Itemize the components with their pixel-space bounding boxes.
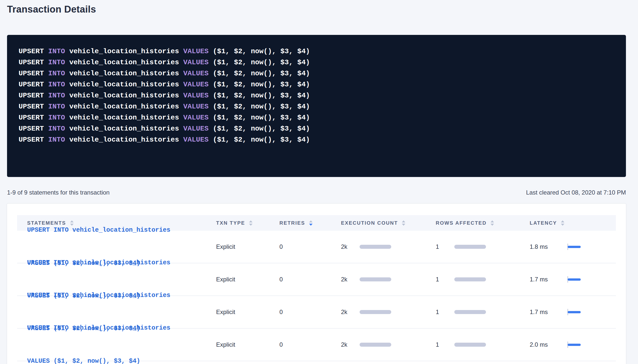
sql-statement-line: UPSERT INTO vehicle_location_histories V… [19,134,614,145]
sql-table-name: vehicle_location_histories [65,81,183,88]
latency-bar-chart [567,341,581,348]
column-header-execution-count[interactable]: EXECUTION COUNT [341,220,436,226]
page-title: Transaction Details [7,4,626,15]
txn-type-cell: Explicit [216,309,279,316]
sort-asc-icon[interactable] [402,220,405,222]
sort-asc-icon[interactable] [249,220,253,222]
column-label: EXECUTION COUNT [341,220,398,226]
transaction-sql-box: UPSERT INTO vehicle_location_histories V… [7,35,626,177]
sql-keyword: VALUES [183,81,209,88]
sql-text: UPSERT [19,125,48,133]
rows-affected-cell: 1 [436,276,530,283]
sql-table-name: vehicle_location_histories [65,136,183,144]
sql-table-name: vehicle_location_histories [65,92,183,99]
sql-table-name: vehicle_location_histories [65,70,183,77]
sql-statement-line: UPSERT INTO vehicle_location_histories V… [19,46,614,57]
sql-statement-line: UPSERT INTO vehicle_location_histories V… [19,79,614,90]
sql-statement-line: UPSERT INTO vehicle_location_histories V… [19,123,614,134]
latency-cell: 2.0 ms [530,341,616,348]
column-header-txn-type[interactable]: TXN TYPE [216,220,279,226]
retries-cell: 0 [279,276,341,283]
sql-keyword: INTO [48,92,65,99]
sql-text: UPSERT [19,103,48,110]
sql-keyword: VALUES [183,114,209,122]
rows-affected-value: 1 [436,243,454,250]
sql-table-name: vehicle_location_histories [65,47,183,55]
sql-text: ($1, $2, now(), $3, $4) [209,125,310,133]
sql-keyword: VALUES [183,70,209,77]
retries-cell: 0 [279,243,341,250]
execution-count-value: 2k [341,243,360,250]
sort-asc-icon[interactable] [490,220,494,222]
sort-icons [490,220,494,226]
sql-statement-line: UPSERT INTO vehicle_location_histories V… [19,68,614,79]
column-label: RETRIES [279,220,305,226]
execution-count-bar [360,277,391,281]
statement-line: UPSERT INTO vehicle_location_histories [27,225,170,236]
execution-count-bar [360,310,391,314]
sql-keyword: VALUES [183,136,209,144]
rows-affected-cell: 1 [436,243,530,250]
sql-keyword: INTO [48,58,65,66]
txn-type-cell: Explicit [216,341,279,348]
sort-desc-icon[interactable] [249,224,253,226]
last-cleared-timestamp: Last cleared Oct 08, 2020 at 7:10 PM [526,189,626,196]
statements-table-card: STATEMENTS TXN TYPE RETRIES EXECUTION CO… [7,204,626,364]
sql-keyword: INTO [48,103,65,110]
execution-count-cell: 2k [341,243,436,250]
sql-text: ($1, $2, now(), $3, $4) [209,81,310,88]
sort-desc-icon[interactable] [402,224,405,226]
latency-cell: 1.8 ms [530,243,616,250]
retries-cell: 0 [279,341,341,348]
statement-link[interactable]: UPSERT INTO vehicle_location_histories V… [27,300,170,364]
sql-table-name: vehicle_location_histories [65,103,183,110]
latency-bar-chart [567,244,581,250]
execution-count-value: 2k [341,309,360,316]
txn-type-cell: Explicit [216,276,279,283]
execution-count-cell: 2k [341,341,436,348]
execution-count-bar [360,245,391,249]
sql-keyword: VALUES [183,103,209,110]
execution-count-cell: 2k [341,309,436,316]
rows-affected-bar [454,343,486,347]
sql-text: ($1, $2, now(), $3, $4) [209,136,310,144]
sort-asc-icon[interactable] [309,220,313,222]
statement-line: UPSERT INTO vehicle_location_histories [27,290,170,301]
latency-bar [568,344,581,346]
sql-table-name: vehicle_location_histories [65,58,183,66]
rows-affected-value: 1 [436,309,454,316]
latency-value: 1.7 ms [530,309,567,316]
sort-desc-icon[interactable] [561,224,564,226]
sql-statement-line: UPSERT INTO vehicle_location_histories V… [19,112,614,123]
sort-icons [249,220,253,226]
sort-asc-icon[interactable] [561,220,564,222]
rows-affected-cell: 1 [436,309,530,316]
sql-text: ($1, $2, now(), $3, $4) [209,114,310,122]
sql-table-name: vehicle_location_histories [65,114,183,122]
sql-keyword: INTO [48,114,65,122]
latency-value: 2.0 ms [530,341,567,348]
latency-cell: 1.7 ms [530,276,616,283]
sql-text: UPSERT [19,81,48,88]
sql-text: ($1, $2, now(), $3, $4) [209,70,310,77]
sql-statement-line: UPSERT INTO vehicle_location_histories V… [19,90,614,101]
column-header-retries[interactable]: RETRIES [279,220,341,226]
rows-affected-value: 1 [436,276,454,283]
sql-statement-line: UPSERT INTO vehicle_location_histories V… [19,101,614,112]
latency-bar [568,278,581,281]
sql-keyword: INTO [48,136,65,144]
summary-row: 1-9 of 9 statements for this transaction… [7,189,626,196]
sort-desc-icon[interactable] [490,224,494,226]
retries-cell: 0 [279,309,341,316]
statement-row: UPSERT INTO vehicle_location_histories V… [17,329,616,361]
statement-line: UPSERT INTO vehicle_location_histories [27,323,170,334]
execution-count-value: 2k [341,341,360,348]
latency-value: 1.8 ms [530,243,567,250]
sql-text: UPSERT [19,47,48,55]
sql-text: UPSERT [19,58,48,66]
statement-line: VALUES ($1, $2, now(), $3, $4) [27,356,170,364]
latency-bar [568,311,581,313]
column-header-rows-affected[interactable]: ROWS AFFECTED [436,220,530,226]
sort-desc-icon-active[interactable] [309,224,313,226]
column-header-latency[interactable]: LATENCY [530,220,616,226]
